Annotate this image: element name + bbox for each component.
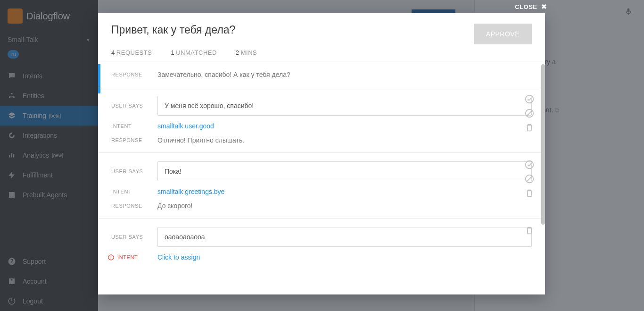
assign-intent-link[interactable]: Click to assign xyxy=(157,253,532,261)
close-icon: ✖ xyxy=(541,3,547,10)
block-actions xyxy=(524,160,535,198)
training-conversation-dialog: Привет, как у тебя дела? APPROVE 4 REQUE… xyxy=(98,13,545,294)
dialog-body: RESPONSE Замечательно, спасибо! А как у … xyxy=(98,64,545,294)
label-response: RESPONSE xyxy=(111,137,146,143)
reject-icon[interactable] xyxy=(524,174,535,184)
dialog-title: Привет, как у тебя дела? xyxy=(111,24,235,36)
reject-icon[interactable] xyxy=(524,108,535,118)
svg-point-0 xyxy=(526,95,534,103)
scrollbar[interactable] xyxy=(541,64,545,294)
approve-icon[interactable] xyxy=(524,94,535,104)
stat-num: 2 xyxy=(236,49,239,56)
close-button[interactable]: CLOSE ✖ xyxy=(515,3,547,10)
conversation-block-unmatched: USER SAYS оаоаоаоаооа INTENT Click to as… xyxy=(98,219,545,269)
intent-link[interactable]: smalltalk.greetings.bye xyxy=(157,188,532,195)
delete-icon[interactable] xyxy=(524,225,535,235)
label-user-says: USER SAYS xyxy=(111,234,146,240)
stat-num: 1 xyxy=(171,49,174,56)
conversation-block: USER SAYS Пока! INTENT smalltalk.greetin… xyxy=(98,153,545,219)
response-text: Замечательно, спасибо! А как у тебя дела… xyxy=(157,71,532,78)
stat-label: UNMATCHED xyxy=(176,49,217,56)
label-intent: INTENT xyxy=(111,123,146,129)
close-label: CLOSE xyxy=(515,3,537,10)
response-text: Отлично! Приятно слышать. xyxy=(157,136,532,144)
label-user-says: USER SAYS xyxy=(111,168,146,174)
user-says-input[interactable]: оаоаоаоаооа xyxy=(157,227,532,247)
approve-icon[interactable] xyxy=(524,160,535,170)
svg-point-2 xyxy=(526,161,534,169)
dialog-stats: 4 REQUESTS 1 UNMATCHED 2 MINS xyxy=(98,49,545,64)
conversation-block: USER SAYS У меня всё хорошо, спасибо! IN… xyxy=(98,87,545,153)
block-actions xyxy=(524,225,535,235)
user-says-input[interactable]: Пока! xyxy=(157,161,532,181)
scroll-thumb[interactable] xyxy=(541,64,545,225)
user-says-input[interactable]: У меня всё хорошо, спасибо! xyxy=(157,96,532,116)
response-text: До скорого! xyxy=(157,202,532,210)
label-intent-warning: INTENT xyxy=(107,254,146,261)
stat-num: 4 xyxy=(111,49,115,56)
approve-button[interactable]: APPROVE xyxy=(474,24,532,44)
block-actions xyxy=(524,94,535,133)
stat-label: MINS xyxy=(241,49,257,56)
label-intent: INTENT xyxy=(111,189,146,194)
label-user-says: USER SAYS xyxy=(111,103,146,109)
intent-link[interactable]: smalltalk.user.good xyxy=(157,122,532,130)
delete-icon[interactable] xyxy=(524,188,535,198)
label-response: RESPONSE xyxy=(111,72,146,77)
warning-icon xyxy=(107,254,115,261)
stat-label: REQUESTS xyxy=(116,49,152,56)
conversation-block: RESPONSE Замечательно, спасибо! А как у … xyxy=(98,64,545,87)
delete-icon[interactable] xyxy=(524,122,535,133)
label-response: RESPONSE xyxy=(111,203,146,209)
